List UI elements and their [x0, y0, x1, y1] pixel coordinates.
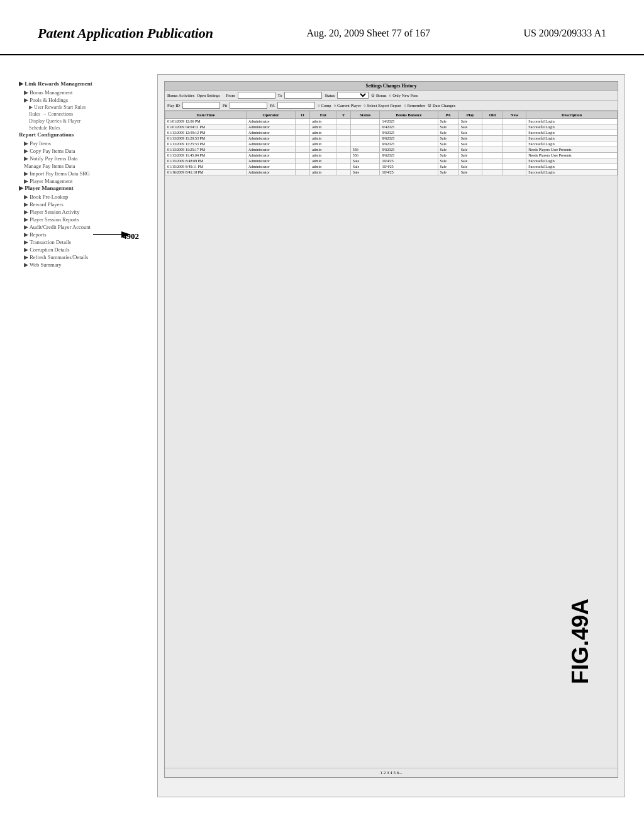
table-cell	[296, 130, 310, 136]
table-cell: Administrator	[247, 147, 296, 153]
status-select[interactable]: Active Inactive	[337, 92, 369, 99]
nav-item[interactable]: ▶ Reward Players	[19, 201, 145, 208]
nav-item[interactable]: ▶ Import Pay Items Data SRG	[19, 170, 145, 177]
nav-item[interactable]: ▶ Player Management	[19, 177, 145, 185]
nav-item[interactable]: Rules → Connections	[19, 111, 145, 118]
table-cell	[482, 141, 503, 147]
table-cell	[336, 170, 350, 175]
table-cell: Sale	[438, 147, 458, 153]
col-pa: PA	[438, 111, 458, 119]
nav-item[interactable]: Manage Pay Items Data	[19, 162, 145, 170]
publication-number: US 2009/209333 A1	[523, 25, 606, 39]
table-cell: Administrator	[247, 130, 296, 136]
from-label: From	[226, 93, 235, 97]
pit-input[interactable]	[230, 102, 267, 109]
table-row[interactable]: 01/15/2009 8/48:09 PMAdministratoradminS…	[165, 158, 618, 164]
col-bonus: Bonus Balance	[380, 111, 438, 119]
bonus-label: ⊙ Bonus	[371, 93, 386, 98]
nav-item[interactable]: ▶ Refresh Summaries/Details	[19, 253, 145, 261]
table-cell: Sale	[458, 153, 482, 158]
table-cell: 01/13/2009 11:25:17 PM	[165, 147, 247, 153]
table-cell: 10/4/25	[380, 164, 438, 170]
table-row[interactable]: 01/15/2009 8/40:11 PMAdministratoradminS…	[165, 164, 618, 170]
nav-item[interactable]: ▶ Corruption Details	[19, 246, 145, 253]
pagination[interactable]: 1 2 3 4 5 6...	[165, 768, 618, 777]
table-cell: Administrator	[247, 136, 296, 141]
table-cell: 556	[350, 147, 380, 153]
history-table: Date/Time Operator O Ent Y Status Bonus …	[165, 111, 618, 175]
table-row[interactable]: 01/13/2009 12:59:12 PMAdministratoradmin…	[165, 130, 618, 136]
table-row[interactable]: 01/13/2009 11:20:53 PMAdministratoradmin…	[165, 136, 618, 141]
nav-item[interactable]: ▶ Book Pre-Lookup	[19, 193, 145, 201]
table-cell: admin	[310, 124, 336, 130]
table-row[interactable]: 01/13/2009 11:25:17 PMAdministratoradmin…	[165, 147, 618, 153]
col-play: Play	[458, 111, 482, 119]
table-cell: admin	[310, 119, 336, 124]
table-row[interactable]: 01/13/2009 11:25:53 PMAdministratoradmin…	[165, 141, 618, 147]
table-cell: 01/01/2009 12:06 PM	[165, 119, 247, 124]
table-cell: 01/13/2009 11:20:53 PM	[165, 136, 247, 141]
table-cell: Sale	[458, 124, 482, 130]
nav-item[interactable]: ▶ Notify Pay Items Data	[19, 155, 145, 162]
table-cell: admin	[310, 136, 336, 141]
play-id-label: Play ID	[167, 103, 180, 108]
to-date-input[interactable]	[284, 92, 322, 99]
nav-item[interactable]: ▶ Pay Items	[19, 140, 145, 147]
pit-label: Pit	[223, 103, 227, 108]
table-cell	[350, 141, 380, 147]
table-cell: Successful Login	[526, 170, 618, 175]
ui-panel: Settings Changes History Bonus Activitie…	[157, 74, 625, 797]
annotation-arrow	[93, 225, 131, 244]
nav-item[interactable]: Schedule Rules	[19, 124, 145, 131]
nav-item[interactable]: ▶ Bonus Management	[19, 89, 145, 96]
nav-item[interactable]: ▶ Player Session Activity	[19, 208, 145, 216]
nav-item[interactable]: ▶ Copy Pay Items Data	[19, 147, 145, 155]
table-row[interactable]: 01/13/2009 11:45:04 PMAdministratoradmin…	[165, 153, 618, 158]
col-datetime: Date/Time	[165, 111, 247, 119]
table-cell: 556	[350, 153, 380, 158]
play-id-input[interactable]	[182, 102, 220, 109]
table-cell: admin	[310, 141, 336, 147]
nav-item[interactable]: ▶ Player Session Reports	[19, 216, 145, 223]
table-cell	[482, 164, 503, 170]
col-y: Y	[336, 111, 350, 119]
table-cell: Sale	[438, 158, 458, 164]
nav-item[interactable]: ▶ User Rewards Start Rules	[19, 104, 145, 111]
table-cell: admin	[310, 147, 336, 153]
table-row[interactable]: 01/16/2009 8/41:18 PMAdministratoradminS…	[165, 170, 618, 175]
table-cell: admin	[310, 153, 336, 158]
table-cell	[482, 170, 503, 175]
table-row[interactable]: 01/01/2009 04:04:11 PMAdministratoradmin…	[165, 124, 618, 130]
table-cell	[503, 124, 526, 130]
table-cell	[296, 170, 310, 175]
table-cell	[336, 124, 350, 130]
col-o: O	[296, 111, 310, 119]
table-cell: Administrator	[247, 141, 296, 147]
table-cell: Sale	[438, 130, 458, 136]
table-cell: 01/13/2009 12:59:12 PM	[165, 130, 247, 136]
table-cell: Successful Login	[526, 119, 618, 124]
table-cell: 01/13/2009 11:25:53 PM	[165, 141, 247, 147]
table-cell	[336, 136, 350, 141]
table-cell	[503, 119, 526, 124]
table-cell	[336, 141, 350, 147]
table-cell	[296, 147, 310, 153]
table-cell	[350, 124, 380, 130]
open-settings-label: Open Settings	[197, 93, 220, 97]
table-cell	[336, 147, 350, 153]
table-cell	[336, 164, 350, 170]
table-cell: 9/62025	[380, 136, 438, 141]
pa-input[interactable]	[277, 102, 315, 109]
filter-row-2: Play ID Pit PA ○ Comp ○ Current Player ○…	[165, 101, 618, 111]
main-content: ▶ Link Rewards Management▶ Bonus Managem…	[0, 55, 644, 810]
nav-item[interactable]: ▶ Web Summary	[19, 261, 145, 268]
table-cell	[296, 164, 310, 170]
from-date-input[interactable]	[238, 92, 275, 99]
table-cell: Administrator	[247, 124, 296, 130]
table-cell	[296, 153, 310, 158]
table-header-row: Date/Time Operator O Ent Y Status Bonus …	[165, 111, 618, 119]
nav-item[interactable]: ▶ Pools & Holdings	[19, 96, 145, 104]
table-cell	[503, 147, 526, 153]
table-row[interactable]: 01/01/2009 12:06 PMAdministratoradmin14/…	[165, 119, 618, 124]
nav-item[interactable]: Display Queries & Player	[19, 118, 145, 124]
